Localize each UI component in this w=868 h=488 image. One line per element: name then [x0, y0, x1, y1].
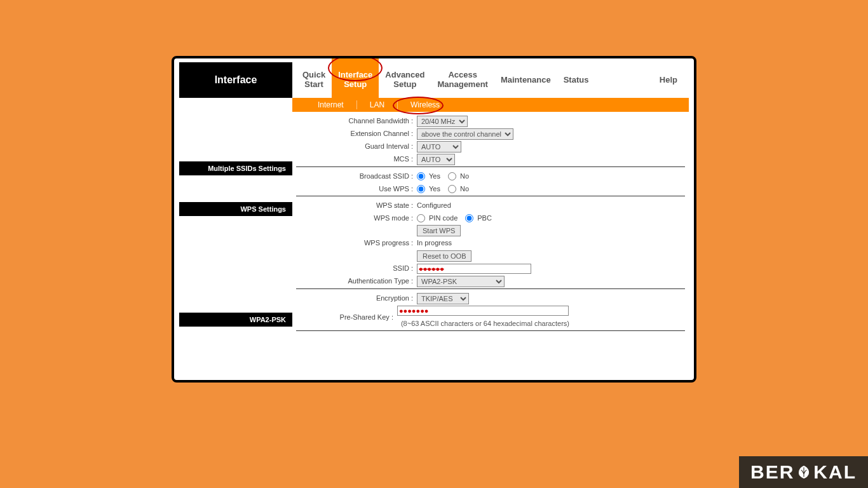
tab-interface-setup-label: Interface Setup: [338, 70, 372, 89]
label-mcs: MCS :: [296, 154, 417, 165]
page-title: Interface: [179, 62, 292, 98]
label-extension-channel: Extension Channel :: [296, 128, 417, 140]
guard-interval-select[interactable]: AUTO: [417, 141, 461, 152]
radio-label-pbc: PBC: [477, 213, 492, 224]
label-wps-mode: WPS mode :: [296, 213, 417, 224]
sub-tab-bar: Internet LAN Wireless: [292, 98, 689, 112]
subtab-wireless[interactable]: Wireless: [398, 100, 452, 109]
tab-help[interactable]: Help: [653, 72, 689, 89]
start-wps-button[interactable]: Start WPS: [417, 225, 461, 236]
watermark-pre: BER: [750, 461, 794, 483]
psk-hint: (8~63 ASCII characters or 64 hexadecimal…: [397, 318, 569, 330]
label-encryption: Encryption :: [296, 293, 417, 304]
tab-access-management[interactable]: Access Management: [431, 67, 494, 93]
auth-type-select[interactable]: WPA2-PSK: [417, 276, 505, 287]
psk-input[interactable]: [397, 306, 569, 316]
wps-progress-value: In progress: [417, 238, 452, 249]
watermark-logo: BER KAL: [739, 456, 868, 488]
encryption-select[interactable]: TKIP/AES: [417, 293, 469, 304]
mcs-select[interactable]: AUTO: [417, 154, 455, 165]
tab-maintenance[interactable]: Maintenance: [494, 72, 557, 89]
channel-bandwidth-select[interactable]: 20/40 MHz: [417, 116, 468, 127]
router-admin-frame: Interface Quick Start Interface Setup Ad…: [172, 56, 696, 383]
radio-label-yes: Yes: [429, 184, 440, 195]
watermark-post: KAL: [813, 461, 857, 483]
use-wps-no-radio[interactable]: [448, 185, 456, 193]
section-wpa2-psk: WPA2-PSK: [179, 313, 292, 327]
radio-label-yes: Yes: [429, 171, 440, 182]
radio-label-no: No: [460, 171, 469, 182]
label-psk: Pre-Shared Key :: [296, 312, 397, 323]
tab-advanced-setup[interactable]: Advanced Setup: [379, 67, 431, 93]
label-auth-type: Authentication Type :: [296, 276, 417, 287]
top-bar: Interface Quick Start Interface Setup Ad…: [179, 62, 689, 98]
subtab-internet[interactable]: Internet: [305, 100, 357, 109]
ssid-input[interactable]: [417, 264, 531, 274]
label-channel-bandwidth: Channel Bandwidth :: [296, 116, 417, 127]
label-use-wps: Use WPS :: [296, 184, 417, 195]
subtab-lan[interactable]: LAN: [357, 100, 398, 109]
extension-channel-select[interactable]: above the control channel: [417, 128, 513, 140]
radio-label-no: No: [460, 184, 469, 195]
subtab-wireless-label: Wireless: [410, 100, 440, 109]
label-wps-state: WPS state :: [296, 200, 417, 212]
leaf-icon: [796, 464, 812, 480]
wps-mode-pbc-radio[interactable]: [465, 214, 473, 222]
label-wps-progress: WPS progress :: [296, 238, 417, 249]
section-wps-settings: WPS Settings: [179, 202, 292, 216]
section-sidebar: Multiple SSIDs Settings WPS Settings WPA…: [179, 112, 292, 335]
broadcast-ssid-yes-radio[interactable]: [417, 172, 425, 180]
wps-mode-pin-radio[interactable]: [417, 214, 425, 222]
tab-interface-setup[interactable]: Interface Setup: [332, 57, 379, 103]
label-broadcast-ssid: Broadcast SSID :: [296, 171, 417, 182]
section-multiple-ssid: Multiple SSIDs Settings: [179, 161, 292, 175]
use-wps-yes-radio[interactable]: [417, 185, 425, 193]
radio-label-pin: PIN code: [429, 213, 458, 224]
broadcast-ssid-no-radio[interactable]: [448, 172, 456, 180]
tab-quick-start[interactable]: Quick Start: [296, 67, 332, 93]
label-guard-interval: Guard Interval :: [296, 141, 417, 152]
label-ssid: SSID :: [296, 263, 417, 274]
reset-to-oob-button[interactable]: Reset to OOB: [417, 250, 471, 262]
tab-status[interactable]: Status: [557, 72, 595, 89]
wps-state-value: Configured: [417, 200, 451, 212]
main-tab-bar: Quick Start Interface Setup Advanced Set…: [292, 62, 689, 98]
settings-panel: Channel Bandwidth : 20/40 MHz Extension …: [292, 112, 689, 335]
